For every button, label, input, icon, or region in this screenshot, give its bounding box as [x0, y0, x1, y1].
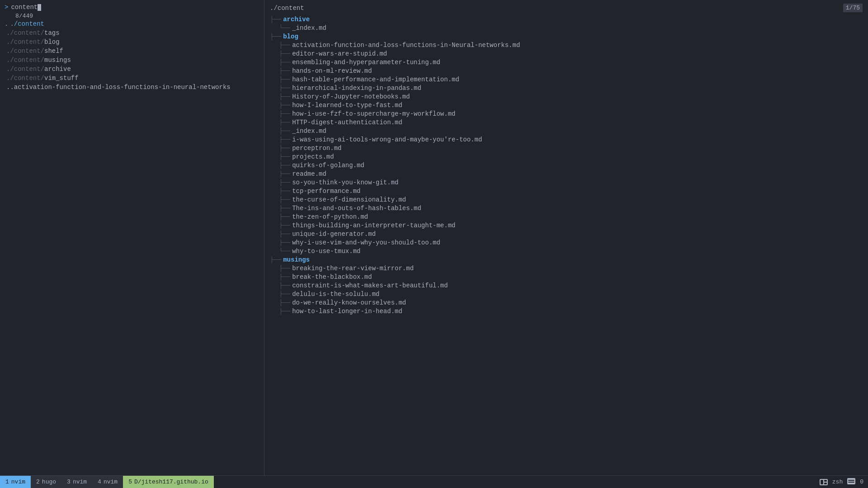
tree-line[interactable]: ├── tcp-performance.md: [270, 187, 863, 195]
tree-connector-icon: ├──: [270, 16, 281, 23]
tree-line[interactable]: ├── break-the-blackbox.md: [270, 272, 863, 281]
tree-line[interactable]: ├── archive: [270, 15, 863, 23]
file-hands-on-ml: hands-on-ml-review.md: [292, 67, 372, 75]
tree-connector-icon: └──: [279, 24, 290, 32]
tree-line[interactable]: ├── hierarchical-indexing-in-pandas.md: [270, 84, 863, 92]
tree-line[interactable]: ├── do-we-really-know-ourselves.md: [270, 298, 863, 307]
tree-line[interactable]: ├── how-I-learned-to-type-fast.md: [270, 101, 863, 109]
tree-connector-icon: ├──: [279, 308, 290, 315]
tree-connector-icon: ├──: [279, 282, 290, 289]
tree-connector-icon: ├──: [279, 110, 290, 117]
tree-line[interactable]: ├── hands-on-ml-review.md: [270, 66, 863, 75]
tree-line[interactable]: ├── the-curse-of-dimensionality.md: [270, 195, 863, 204]
tmux-icon2: [847, 478, 855, 486]
tree-line[interactable]: ├── The-ins-and-outs-of-hash-tables.md: [270, 204, 863, 212]
zsh-text: zsh: [832, 479, 843, 485]
svg-rect-5: [848, 480, 854, 481]
tree-line[interactable]: ├── editor-wars-are-stupid.md: [270, 49, 863, 58]
file-perceptron: perceptron.md: [292, 145, 341, 152]
file-hierarchical: hierarchical-indexing-in-pandas.md: [292, 84, 421, 92]
file-how-i-learned: how-I-learned-to-type-fast.md: [292, 102, 402, 109]
tab-2-hugo[interactable]: 2 hugo: [31, 476, 61, 488]
file-history-jupyter: History-of-Jupyter-notebooks.md: [292, 93, 410, 100]
svg-rect-3: [824, 483, 827, 484]
search-line: > content: [5, 4, 259, 11]
tree-line[interactable]: ├── constraint-is-what-makes-art-beautif…: [270, 281, 863, 290]
tree-line[interactable]: └── _index.md: [270, 23, 863, 32]
tree-line[interactable]: ├── activation-function-and-loss-functio…: [270, 41, 863, 49]
tree-connector-icon: ├──: [279, 230, 290, 238]
tree-line[interactable]: ├── projects.md: [270, 152, 863, 161]
tree-line[interactable]: ├── HTTP-digest-authentication.md: [270, 118, 863, 127]
tree-line[interactable]: └── why-to-use-tmux.md: [270, 247, 863, 255]
left-item-archive[interactable]: ./content/archive: [5, 65, 259, 74]
file-readme: readme.md: [292, 170, 326, 178]
file-know-ourselves: do-we-really-know-ourselves.md: [292, 299, 406, 306]
tree-line[interactable]: ├── how-to-last-longer-in-head.md: [270, 307, 863, 315]
tree-connector-icon: ├──: [279, 188, 290, 195]
left-item-tags[interactable]: ./content/tags: [5, 28, 259, 38]
folder-musings: musings: [283, 256, 310, 263]
left-item-musings[interactable]: ./content/musings: [5, 56, 259, 65]
tree-line[interactable]: ├── ensembling-and-hyperparameter-tuning…: [270, 58, 863, 66]
tree-line[interactable]: ├── musings: [270, 255, 863, 264]
tree-line[interactable]: ├── blog: [270, 32, 863, 41]
folder-blog: blog: [283, 33, 298, 40]
file-projects: projects.md: [292, 153, 334, 160]
tab-2-label: hugo: [42, 479, 56, 485]
arrow-icon: .: [5, 20, 8, 28]
tree-line[interactable]: ├── readme.md: [270, 169, 863, 178]
tree-line[interactable]: ├── the-zen-of-python.md: [270, 212, 863, 221]
tab-4-nvim[interactable]: 4 nvim: [92, 476, 123, 488]
file-ensembling: ensembling-and-hyperparameter-tuning.md: [292, 59, 440, 66]
tab-4-label: nvim: [104, 479, 118, 485]
file-hash-tables-ins: The-ins-and-outs-of-hash-tables.md: [292, 205, 421, 212]
tree-connector-icon: ├──: [279, 222, 290, 229]
tab-5-num: 5: [128, 479, 132, 485]
tree-line[interactable]: ├── so-you-think-you-know-git.md: [270, 178, 863, 187]
tree-line[interactable]: ├── hash-table-performance-and-implement…: [270, 75, 863, 84]
zsh-label: zsh: [832, 479, 843, 485]
status-right: zsh 0: [820, 478, 868, 486]
tree-line[interactable]: ├── perceptron.md: [270, 144, 863, 152]
tree-connector-icon: ├──: [279, 205, 290, 212]
tab-5-github[interactable]: 5 D/jitesh117.github.io: [123, 476, 214, 488]
tree-line[interactable]: ├── i-was-using-ai-tools-wrong-and-maybe…: [270, 135, 863, 144]
file-quirks-golang: quirks-of-golang.md: [292, 162, 364, 169]
tree-connector-icon: ├──: [279, 42, 290, 49]
left-item-long[interactable]: ..activation-function-and-loss-functions…: [5, 83, 259, 92]
tree-line[interactable]: ├── History-of-Jupyter-notebooks.md: [270, 92, 863, 101]
file-zen-python: the-zen-of-python.md: [292, 213, 368, 221]
svg-rect-6: [848, 482, 854, 483]
search-prompt: >: [5, 4, 8, 11]
tree-line[interactable]: ├── _index.md: [270, 127, 863, 135]
tree-connector-icon: ├──: [279, 179, 290, 186]
tree-line[interactable]: ├── quirks-of-golang.md: [270, 161, 863, 169]
tree-line[interactable]: ├── breaking-the-rear-view-mirror.md: [270, 264, 863, 272]
tree-connector-icon: ├──: [279, 76, 290, 83]
svg-rect-1: [821, 480, 823, 484]
tab-3-num: 3: [67, 479, 71, 485]
tree-line[interactable]: ├── why-i-use-vim-and-why-you-should-too…: [270, 238, 863, 247]
file-index-blog: _index.md: [292, 127, 326, 135]
tree-line[interactable]: ├── unique-id-generator.md: [270, 230, 863, 238]
tree-line[interactable]: ├── delulu-is-the-solulu.md: [270, 290, 863, 298]
tree-line[interactable]: ├── things-building-an-interpreter-taugh…: [270, 221, 863, 230]
left-item-shelf[interactable]: ./content/shelf: [5, 47, 259, 56]
left-item-label: ./content: [10, 20, 44, 28]
svg-rect-4: [847, 478, 855, 484]
file-rear-view: breaking-the-rear-view-mirror.md: [292, 265, 414, 272]
tmux-icon2-svg: [847, 478, 855, 484]
tab-1-nvim[interactable]: 1 nvim: [0, 476, 31, 488]
tree-line[interactable]: ├── how-i-use-fzf-to-supercharge-my-work…: [270, 109, 863, 118]
left-item-blog[interactable]: ./content/blog: [5, 38, 259, 47]
tree-connector-icon: ├──: [279, 84, 290, 92]
tree-connector-icon: ├──: [279, 196, 290, 203]
tree-connector-icon: ├──: [279, 145, 290, 152]
left-item-vim-stuff[interactable]: ./content/vim_stuff: [5, 74, 259, 83]
tab-3-nvim[interactable]: 3 nvim: [61, 476, 92, 488]
left-item-content[interactable]: . ./content: [5, 19, 259, 28]
tab-2-num: 2: [36, 479, 40, 485]
tree-connector-icon: ├──: [270, 33, 281, 40]
tree-connector-icon: ├──: [279, 93, 290, 100]
